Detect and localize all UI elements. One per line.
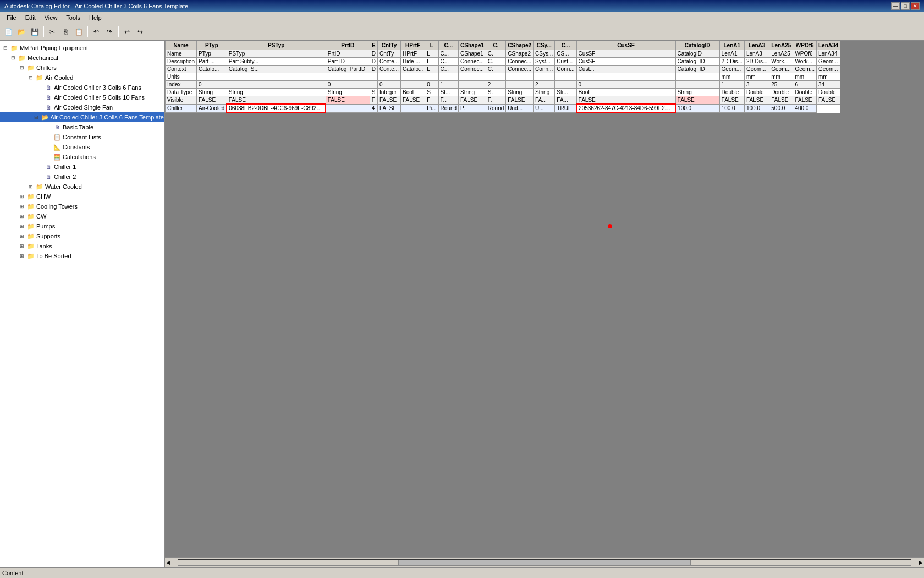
col-lena3: LenA3 — [744, 41, 769, 50]
tree-item-cw[interactable]: ⊞ 📁 CW — [0, 211, 164, 221]
tree-item-ac5coils10fans[interactable]: 🗎 Air Cooled Chiller 5 Coils 10 Fans — [0, 92, 164, 102]
horizontal-scrollbar[interactable]: ◀ ▶ — [165, 557, 924, 567]
expand-icon[interactable]: ⊞ — [18, 242, 26, 250]
menu-view[interactable]: View — [40, 13, 62, 22]
cell: L — [425, 50, 438, 58]
expand-icon[interactable]: ⊞ — [18, 212, 26, 221]
cell: mm — [793, 73, 817, 81]
cell[interactable]: 100.0 — [719, 104, 744, 112]
tree-item-constant-lists[interactable]: 📋 Constant Lists — [0, 132, 164, 142]
expand-icon[interactable]: ⊟ — [9, 53, 18, 62]
tree-label: Calculations — [63, 154, 96, 160]
expand-icon[interactable]: ⊞ — [18, 232, 26, 241]
cell[interactable] — [401, 104, 425, 112]
tree-item-template[interactable]: ⊟ 📂 Air Cooled Chiller 3 Coils 6 Fans Te… — [0, 112, 164, 122]
toolbar-sep2 — [87, 26, 88, 37]
tree-item-ac-single-fan[interactable]: 🗎 Air Cooled Single Fan — [0, 102, 164, 112]
open-button[interactable]: 📂 — [15, 26, 28, 38]
import-button[interactable]: ↩ — [121, 26, 133, 38]
cell: FALSE — [401, 96, 425, 105]
tree-item-supports[interactable]: ⊞ 📁 Supports — [0, 231, 164, 241]
tree-item-cooling-towers[interactable]: ⊞ 📁 Cooling Towers — [0, 201, 164, 211]
tree-item-chiller1[interactable]: 🗎 Chiller 1 — [0, 162, 164, 172]
menu-edit[interactable]: Edit — [21, 13, 40, 22]
table-area[interactable]: Name PTyp PSTyp PrtID E CntTy HPrtF L C.… — [165, 41, 924, 557]
expand-icon[interactable]: ⊞ — [18, 192, 26, 201]
close-button[interactable]: ✕ — [911, 2, 920, 10]
tree-item-air-cooled[interactable]: ⊟ 📁 Air Cooled — [0, 73, 164, 83]
cell[interactable]: 100.0 — [675, 104, 719, 112]
menu-help[interactable]: Help — [85, 13, 106, 22]
tree-item-constants[interactable]: 📐 Constants — [0, 142, 164, 152]
cell[interactable]: 4 — [370, 104, 377, 112]
tree-item-calculations[interactable]: 🧮 Calculations — [0, 152, 164, 162]
menu-file[interactable]: File — [2, 13, 21, 22]
cell[interactable]: Pi... — [425, 104, 438, 112]
tree-label: Mechanical — [28, 54, 58, 61]
title-controls[interactable]: — □ ✕ — [891, 2, 920, 10]
expand-icon[interactable]: ⊞ — [26, 182, 35, 191]
expand-icon[interactable]: ⊟ — [32, 113, 41, 122]
tree-item-tanks[interactable]: ⊞ 📁 Tanks — [0, 241, 164, 251]
cell-chiller[interactable]: Chiller — [166, 104, 197, 112]
cell: Geom... — [816, 66, 840, 73]
expand-icon[interactable]: ⊞ — [18, 202, 26, 211]
cell-prtid-value[interactable]: 06038EB2-0DBE-4CC6-969E-C89212AC7B9B — [227, 104, 326, 112]
cell: Catalog_ID — [675, 66, 719, 73]
scroll-right-arrow[interactable]: ▶ — [919, 560, 923, 565]
save-button[interactable]: 💾 — [29, 26, 41, 38]
tree-item-water-cooled[interactable]: ⊞ 📁 Water Cooled — [0, 182, 164, 192]
table-icon: 🗎 — [44, 172, 53, 181]
paste-button[interactable]: 📋 — [73, 26, 85, 38]
tree-item-pumps[interactable]: ⊞ 📁 Pumps — [0, 221, 164, 231]
redo-button[interactable]: ↷ — [103, 26, 116, 38]
expand-icon[interactable]: ⊟ — [26, 73, 35, 82]
cell — [370, 81, 377, 89]
cell[interactable]: 400.0 — [793, 104, 817, 112]
cell: 2 — [486, 81, 505, 89]
tree-label: Constants — [63, 144, 90, 150]
cell[interactable]: Round — [438, 104, 458, 112]
undo-button[interactable]: ↶ — [90, 26, 102, 38]
tree-item-chiller2[interactable]: 🗎 Chiller 2 — [0, 172, 164, 182]
title-bar: Autodesk Catalog Editor - Air Cooled Chi… — [0, 0, 924, 12]
tree-label: Chiller 2 — [54, 173, 76, 180]
cell[interactable]: Und... — [506, 104, 534, 112]
tree-item-root[interactable]: ⊟ 📁 MvPart Piping Equipment — [0, 43, 164, 53]
tree-item-mechanical[interactable]: ⊟ 📁 Mechanical — [0, 53, 164, 63]
scrollbar-track[interactable] — [178, 559, 911, 566]
tree-item-to-be-sorted[interactable]: ⊞ 📁 To Be Sorted — [0, 251, 164, 261]
tree-item-chw[interactable]: ⊞ 📁 CHW — [0, 192, 164, 201]
cut-button[interactable]: ✂ — [46, 26, 58, 38]
menu-tools[interactable]: Tools — [62, 13, 85, 22]
expand-icon[interactable]: ⊞ — [18, 222, 26, 231]
cell[interactable]: FALSE — [378, 104, 401, 112]
scroll-left-arrow[interactable]: ◀ — [166, 560, 170, 565]
cell-catalogid-value[interactable]: 20536262-847C-4213-84D6-599E22876E94 — [576, 104, 675, 112]
expand-icon[interactable]: ⊞ — [18, 252, 26, 260]
cell[interactable]: Round — [486, 104, 505, 112]
tree-item-ac3coils6fans[interactable]: 🗎 Air Cooled Chiller 3 Coils 6 Fans — [0, 83, 164, 92]
cell[interactable]: TRUE — [555, 104, 576, 112]
cell[interactable]: P. — [459, 104, 486, 112]
scrollbar-thumb[interactable] — [398, 560, 691, 565]
expand-icon[interactable]: ⊟ — [1, 43, 10, 52]
cell-air-cooled[interactable]: Air-Cooled — [197, 104, 227, 112]
cell[interactable] — [326, 104, 370, 112]
cell[interactable]: 500.0 — [769, 104, 793, 112]
table-column-headers: Name PTyp PSTyp PrtID E CntTy HPrtF L C.… — [166, 41, 840, 50]
export-button[interactable]: ↪ — [134, 26, 146, 38]
minimize-button[interactable]: — — [891, 2, 900, 10]
cell — [227, 73, 326, 81]
cell[interactable]: U... — [534, 104, 555, 112]
cell[interactable]: 100.0 — [744, 104, 769, 112]
copy-button[interactable]: ⎘ — [59, 26, 72, 38]
cell: Conte... — [378, 58, 401, 66]
tree-item-basic-table[interactable]: 🗎 Basic Table — [0, 122, 164, 132]
maximize-button[interactable]: □ — [901, 2, 910, 10]
tree-item-chillers[interactable]: ⊟ 📁 Chillers — [0, 63, 164, 73]
calc-icon: 🧮 — [53, 152, 62, 161]
tree-container[interactable]: ⊟ 📁 MvPart Piping Equipment ⊟ 📁 Mechanic… — [0, 41, 164, 567]
expand-icon[interactable]: ⊟ — [18, 63, 26, 72]
new-button[interactable]: 📄 — [2, 26, 14, 38]
